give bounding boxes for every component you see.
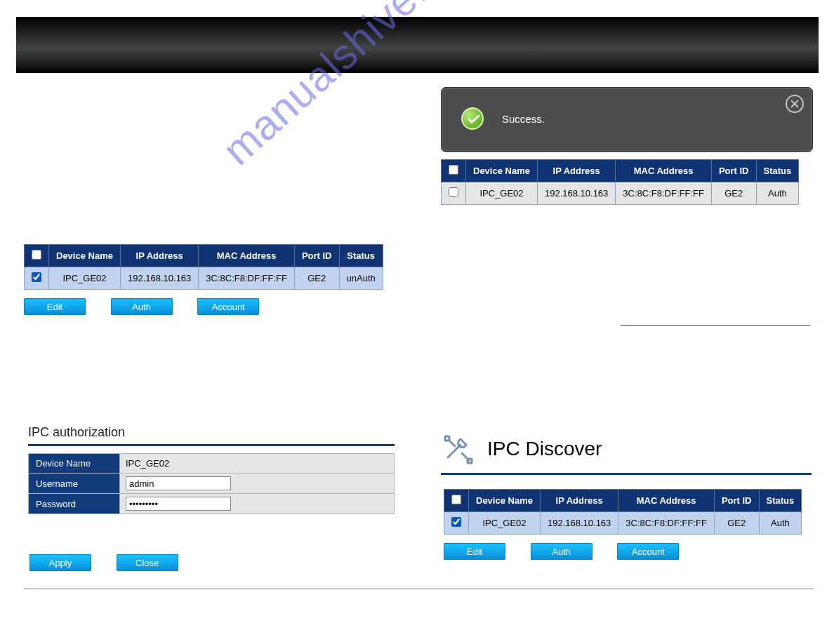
ipc-authorization-title: IPC authorization [28,425,395,446]
close-button[interactable]: Close [117,554,178,571]
cell-device: IPC_GE02 [469,512,541,535]
username-field[interactable] [126,476,231,490]
cell-ip: 192.168.10.163 [120,267,198,290]
cell-device: IPC_GE02 [49,267,121,290]
success-toast: Success. [441,87,813,152]
table-header-row: Device Name IP Address MAC Address Port … [25,245,383,267]
cell-port: GE2 [294,267,339,290]
label-device-name: Device Name [29,454,120,474]
table-header-row: Device Name IP Address MAC Address Port … [444,490,802,512]
password-field[interactable] [126,497,231,511]
cell-ip: 192.168.10.163 [540,512,618,535]
table-row[interactable]: IPC_GE02 192.168.10.163 3C:8C:F8:DF:FF:F… [442,182,799,205]
apply-button[interactable]: Apply [29,554,91,571]
select-all-checkbox[interactable] [32,250,41,260]
left-button-row: Edit Auth Account [24,298,259,315]
label-password: Password [29,494,120,514]
right-button-row: Edit Auth Account [444,543,679,560]
edit-button[interactable]: Edit [444,543,505,560]
table-row[interactable]: IPC_GE02 192.168.10.163 3C:8C:F8:DF:FF:F… [25,267,383,290]
account-button[interactable]: Account [617,543,679,560]
cell-mac: 3C:8C:F8:DF:FF:FF [618,512,715,535]
col-ip: IP Address [120,245,198,267]
col-device-name: Device Name [466,160,538,182]
col-mac: MAC Address [618,490,715,512]
col-ip: IP Address [537,160,615,182]
col-device-name: Device Name [469,490,541,512]
col-status: Status [756,160,799,182]
col-port: Port ID [714,490,759,512]
col-port: Port ID [711,160,756,182]
ipc-discover-title: IPC Discover [487,438,602,460]
cell-ip: 192.168.10.163 [537,182,615,205]
cell-device: IPC_GE02 [466,182,538,205]
table-row[interactable]: IPC_GE02 192.168.10.163 3C:8C:F8:DF:FF:F… [444,512,802,535]
select-all-checkbox[interactable] [451,495,461,504]
col-status: Status [339,245,383,267]
account-button[interactable]: Account [197,298,259,315]
col-port: Port ID [294,245,339,267]
cell-mac: 3C:8C:F8:DF:FF:FF [199,267,295,290]
cell-port: GE2 [711,182,756,205]
auth-button[interactable]: Auth [111,298,173,315]
auth-button[interactable]: Auth [531,543,593,560]
cell-status: Auth [756,182,799,205]
edit-button[interactable]: Edit [24,298,86,315]
auth-button-row: Apply Close [29,554,178,571]
row-checkbox[interactable] [449,187,458,197]
top-banner [16,17,819,73]
tools-icon [441,432,475,466]
cell-mac: 3C:8C:F8:DF:FF:FF [616,182,712,205]
close-toast-button[interactable] [786,95,804,113]
select-all-checkbox[interactable] [449,165,458,175]
table-header-row: Device Name IP Address MAC Address Port … [442,160,799,182]
cell-status: Auth [759,512,802,535]
col-mac: MAC Address [616,160,712,182]
cell-status: unAuth [339,267,383,290]
authorization-form-table: Device Name IPC_GE02 Username Password [28,453,395,514]
divider-bottom [24,589,814,589]
ipc-authorization-panel: IPC authorization Device Name IPC_GE02 U… [28,425,395,514]
col-mac: MAC Address [199,245,295,267]
toast-message: Success. [502,113,545,125]
value-device-name: IPC_GE02 [120,454,395,474]
svg-rect-2 [445,436,449,441]
device-table-left: Device Name IP Address MAC Address Port … [24,244,383,290]
row-checkbox[interactable] [451,517,461,527]
col-status: Status [759,490,802,512]
ipc-discover-section: IPC Discover [441,432,812,475]
device-table-right-top: Device Name IP Address MAC Address Port … [441,159,799,205]
check-icon [461,107,484,130]
label-username: Username [29,474,120,494]
device-table-right-bottom: Device Name IP Address MAC Address Port … [444,489,802,535]
row-checkbox[interactable] [32,272,41,282]
cell-port: GE2 [714,512,759,535]
col-ip: IP Address [540,490,618,512]
divider-right [621,325,810,326]
col-device-name: Device Name [49,245,121,267]
